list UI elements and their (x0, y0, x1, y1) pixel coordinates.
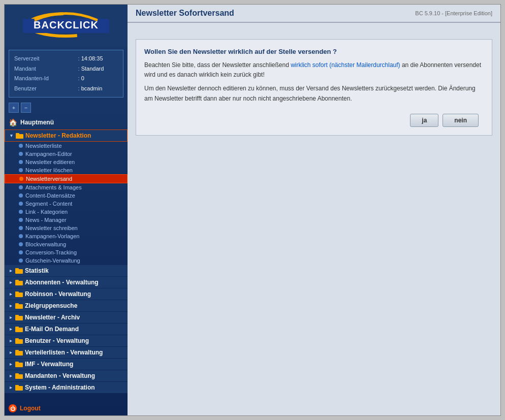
serverzeit-value: : 14:08:35 (78, 54, 118, 63)
bullet-link-kategorien (19, 210, 23, 214)
nav-sub-newsletterliste[interactable]: Newsletterliste (5, 142, 128, 150)
toolbar-minus-button[interactable]: − (21, 103, 31, 113)
version-info: BC 5.9.10 - [Enterprise Edition] (415, 10, 492, 16)
folder-icon-zielgruppe (15, 303, 23, 309)
content-paragraph1: Beachten Sie bitte, dass der Newsletter … (144, 60, 484, 80)
svg-rect-3 (16, 134, 23, 139)
bullet-newsletter-schreiben (19, 226, 23, 230)
bullet-conversion-tracking (19, 250, 23, 254)
ja-button[interactable]: ja (410, 114, 438, 127)
bullet-newsletterliste (19, 144, 23, 148)
logout-label: Logout (20, 405, 41, 412)
nav-sub-kampagnen-editor[interactable]: Kampagnen-Editor (5, 150, 128, 158)
news-manager-label: News - Manager (25, 217, 67, 223)
svg-rect-6 (15, 268, 19, 270)
segment-content-label: Segment - Content (25, 201, 72, 207)
newsletterliste-label: Newsletterliste (25, 143, 62, 149)
nav-sub-link-kategorien[interactable]: Link - Kategorien (5, 208, 128, 216)
nav-group-system: ▸ System - Administration (5, 382, 128, 393)
toolbar-icons: + − (5, 101, 128, 115)
nav-sub-segment-content[interactable]: Segment - Content (5, 200, 128, 208)
svg-rect-10 (15, 292, 19, 293)
main-body: Wollen Sie den Newsletter wirklich auf d… (128, 31, 500, 415)
bullet-kampagnen-vorlagen (19, 234, 23, 238)
header-divider (128, 22, 500, 23)
bullet-newsletterversand (19, 177, 23, 181)
svg-rect-9 (15, 293, 23, 297)
nav-sub-newsletter-loeschen[interactable]: Newsletter löschen (5, 166, 128, 174)
mandanten-id-label: Mandanten-Id (14, 74, 77, 83)
nav-group-header-archiv[interactable]: ▸ Newsletter - Archiv (5, 312, 128, 323)
nav-group-header-newsletter-redaktion[interactable]: ▾ Newsletter - Redaktion (5, 130, 128, 142)
nav-sub-kampagnen-vorlagen[interactable]: Kampagnen-Vorlagen (5, 232, 128, 240)
nav-section: 🏠 Hauptmenü ▾ Newsletter - Redaktion (5, 115, 128, 395)
logout-section[interactable]: ⏻ Logout (5, 401, 128, 415)
nav-sub-gutschein-verwaltung[interactable]: Gutschein-Verwaltung (5, 256, 128, 265)
toolbar-plus-button[interactable]: + (9, 103, 19, 113)
nav-group-statistik: ▸ Statistik (5, 265, 128, 276)
svg-rect-20 (15, 350, 19, 351)
folder-icon-verteilerlisten (15, 349, 23, 356)
gutschein-verwaltung-label: Gutschein-Verwaltung (25, 257, 80, 264)
nav-sub-content-datensaetze[interactable]: Content-Datensätze (5, 191, 128, 200)
blockverwaltung-label: Blockverwaltung (25, 241, 66, 247)
robinson-label: Robinson - Verwaltung (25, 290, 91, 298)
nav-sub-conversion-tracking[interactable]: Conversion-Tracking (5, 248, 128, 256)
nav-group-header-benutzer[interactable]: ▸ Benutzer - Verwaltung (5, 335, 128, 346)
nav-sub-blockverwaltung[interactable]: Blockverwaltung (5, 240, 128, 248)
nav-group-header-statistik[interactable]: ▸ Statistik (5, 265, 128, 276)
folder-icon-mandanten (15, 373, 23, 379)
nav-sub-newsletterversand[interactable]: Newsletterversand (5, 174, 128, 183)
server-info-panel: Serverzeit : 14:08:35 Mandant : Standard… (9, 50, 123, 98)
svg-rect-22 (15, 362, 19, 363)
svg-rect-11 (15, 304, 23, 309)
nav-group-header-zielgruppe[interactable]: ▸ Zielgruppensuche (5, 300, 128, 311)
nav-group-mandanten: ▸ Mandanten - Verwaltung (5, 370, 128, 381)
folder-icon-newsletter-redaktion (16, 133, 24, 139)
main-header: Newsletter Sofortversand BC 5.9.10 - [En… (128, 5, 500, 22)
folder-icon-abonnenten (15, 279, 23, 285)
paragraph1-pre: Beachten Sie bitte, dass der Newsletter … (144, 61, 291, 69)
nav-group-header-system[interactable]: ▸ System - Administration (5, 382, 128, 393)
sidebar: BACKCLICK Serverzeit : 14:08:35 Mandant … (5, 5, 128, 415)
paragraph1-link: wirklich sofort (nächster Mailerdurchlau… (291, 61, 400, 69)
content-paragraph2: Um den Newsletter dennoch editieren zu k… (144, 84, 484, 103)
bullet-news-manager (19, 218, 23, 222)
mandant-value: : Standard (78, 64, 118, 74)
nav-group-email-demand: ▸ E-Mail On Demand (5, 324, 128, 335)
content-datensaetze-label: Content-Datensätze (25, 192, 75, 199)
nav-sub-attachments[interactable]: Attachments & Images (5, 183, 128, 191)
nein-button[interactable]: nein (443, 114, 479, 127)
mandanten-label: Mandanten - Verwaltung (25, 372, 95, 379)
expand-icon-newsletter-redaktion: ▾ (8, 133, 14, 139)
expand-icon-benutzer: ▸ (8, 338, 14, 344)
svg-rect-16 (15, 327, 19, 328)
nav-group-archiv: ▸ Newsletter - Archiv (5, 312, 128, 323)
hauptmenu-item[interactable]: 🏠 Hauptmenü (5, 116, 128, 129)
nav-sub-newsletter-schreiben[interactable]: Newsletter schreiben (5, 224, 128, 232)
expand-icon-robinson: ▸ (8, 291, 14, 297)
nav-group-header-verteilerlisten[interactable]: ▸ Verteilerlisten - Verwaltung (5, 347, 128, 358)
nav-group-verteilerlisten: ▸ Verteilerlisten - Verwaltung (5, 347, 128, 358)
bullet-content-datensaetze (19, 193, 23, 198)
nav-group-header-abonnenten[interactable]: ▸ Abonnenten - Verwaltung (5, 277, 128, 288)
benutzer-nav-label: Benutzer - Verwaltung (25, 337, 89, 344)
mandant-label: Mandant (14, 64, 77, 74)
folder-icon-archiv (15, 314, 23, 320)
nav-sub-news-manager[interactable]: News - Manager (5, 216, 128, 224)
nav-group-header-imf[interactable]: ▸ IMF - Verwaltung (5, 359, 128, 370)
svg-rect-23 (15, 374, 23, 379)
expand-icon-system: ▸ (8, 384, 14, 391)
kampagnen-editor-label: Kampagnen-Editor (25, 151, 72, 157)
attachments-label: Attachments & Images (25, 184, 82, 190)
nav-group-header-mandanten[interactable]: ▸ Mandanten - Verwaltung (5, 370, 128, 381)
folder-icon-imf (15, 361, 23, 367)
nav-group-header-email-demand[interactable]: ▸ E-Mail On Demand (5, 324, 128, 335)
nav-sub-newsletter-editieren[interactable]: Newsletter editieren (5, 158, 128, 166)
nav-group-header-robinson[interactable]: ▸ Robinson - Verwaltung (5, 288, 128, 300)
main-content: Newsletter Sofortversand BC 5.9.10 - [En… (128, 5, 500, 415)
folder-icon-email-demand (15, 326, 23, 332)
expand-icon-verteilerlisten: ▸ (8, 349, 14, 356)
bullet-gutschein-verwaltung (19, 259, 23, 263)
newsletter-schreiben-label: Newsletter schreiben (25, 225, 78, 231)
